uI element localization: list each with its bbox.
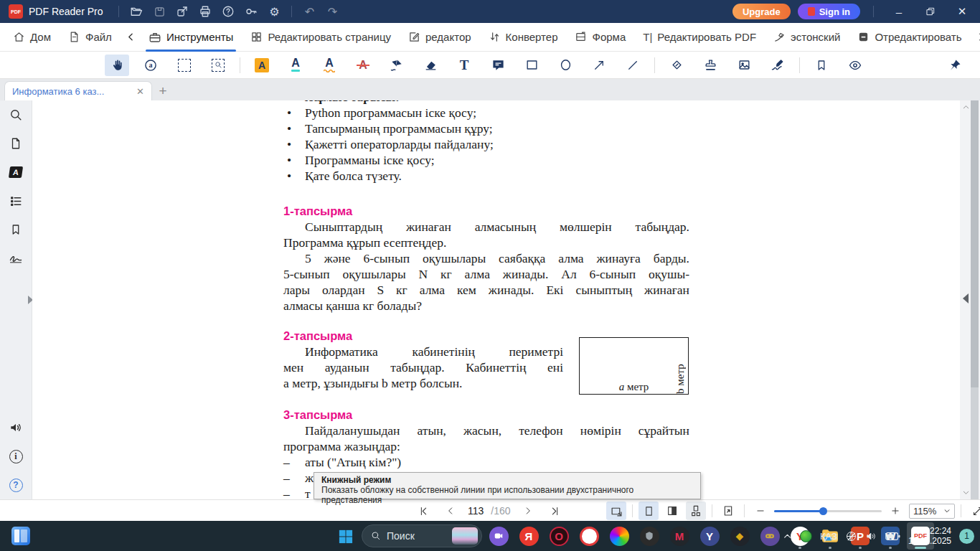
info-button[interactable]: i — [0, 442, 32, 471]
new-tab-button[interactable]: + — [152, 81, 174, 100]
minimize-button[interactable]: – — [887, 2, 911, 21]
widgets-button[interactable] — [11, 527, 30, 545]
pin-toolbar-button[interactable] — [943, 55, 967, 76]
app-game-center[interactable] — [756, 522, 783, 550]
help-button[interactable] — [217, 2, 240, 21]
menu-item-tools[interactable]: Инструменты — [146, 23, 237, 52]
document-tab[interactable]: Информатика 6 каз... ✕ — [4, 81, 152, 100]
bullet-icon: • — [283, 121, 305, 136]
chevron-right-icon[interactable] — [976, 32, 980, 42]
network-globe-icon[interactable] — [845, 530, 857, 542]
marquee-select-tool[interactable] — [172, 55, 197, 76]
tab-close-icon[interactable]: ✕ — [136, 86, 144, 97]
taskbar-search[interactable]: Поиск — [362, 524, 482, 547]
sidebar-annotations-button[interactable]: A — [0, 158, 32, 187]
zoom-slider[interactable] — [774, 501, 882, 520]
current-page-input[interactable]: 113 — [468, 505, 484, 517]
app-mail-m[interactable]: М — [666, 522, 693, 550]
app-chat[interactable] — [485, 522, 512, 550]
print-button[interactable] — [194, 2, 217, 21]
document-tab-label: Информатика 6 каз... — [12, 86, 132, 97]
menu-item-home[interactable]: Дом — [10, 23, 54, 52]
app-gold-emblem[interactable]: ◆ — [726, 522, 753, 550]
clock[interactable]: 22:24 13.02.2025 — [908, 526, 951, 546]
start-button[interactable] — [331, 522, 359, 550]
freehand-tool[interactable] — [385, 55, 409, 76]
link-icon — [670, 58, 684, 72]
link-tool[interactable] — [664, 55, 689, 76]
sign-in-button[interactable]: Sign in — [798, 4, 860, 19]
menu-item-file[interactable]: Файл — [65, 23, 115, 52]
scroll-down-icon[interactable] — [962, 489, 970, 496]
menu-item-estonian[interactable]: эстонский — [771, 23, 843, 52]
rectangle-tool[interactable] — [519, 55, 544, 76]
fit-page-button[interactable] — [718, 501, 738, 520]
search-highlight-image[interactable] — [452, 527, 478, 545]
sidebar-signature-button[interactable] — [0, 244, 32, 273]
tray-chevron-up-icon[interactable] — [783, 532, 792, 541]
language-indicator[interactable]: ҚАЗ — [820, 531, 837, 542]
sidebar-outline-button[interactable] — [0, 187, 32, 215]
line-tool[interactable] — [621, 55, 645, 76]
menu-item-edit-pdf[interactable]: T|Редактировать PDF — [640, 23, 759, 52]
scroll-up-icon[interactable] — [962, 103, 970, 111]
right-panel-handle[interactable] — [963, 293, 969, 303]
sidebar-search-button[interactable] — [0, 100, 32, 129]
read-aloud-button[interactable] — [0, 413, 32, 442]
image-tool[interactable] — [732, 55, 756, 76]
menu-item-form[interactable]: Форма — [572, 23, 628, 52]
app-yandex[interactable]: Я — [515, 522, 542, 550]
volume-icon[interactable] — [865, 530, 877, 542]
highlight-tool[interactable]: A — [250, 55, 274, 76]
save-button[interactable] — [148, 2, 171, 21]
underline-tool[interactable]: A — [283, 55, 308, 76]
app-logo-icon: PDF — [9, 4, 23, 19]
notification-badge[interactable]: 1 — [959, 529, 974, 544]
strikeout-tool[interactable]: A — [351, 55, 375, 76]
share-button[interactable] — [171, 2, 194, 21]
text-select-tool[interactable]: a — [138, 55, 163, 76]
restore-button[interactable] — [918, 2, 943, 21]
sidebar-bookmarks-button[interactable] — [0, 215, 32, 244]
menu-item-edit-page[interactable]: Редактировать страницу — [248, 23, 394, 52]
zoom-in-button[interactable] — [885, 501, 905, 520]
signature-tool[interactable] — [765, 55, 790, 76]
fullscreen-button[interactable] — [967, 501, 980, 520]
password-button[interactable] — [240, 2, 263, 21]
document-page[interactable]: Жұмыс барысы: •Python программасын іске … — [32, 100, 960, 499]
settings-button[interactable]: ⚙ — [263, 2, 286, 21]
close-button[interactable]: ✕ — [950, 2, 974, 21]
menu-item-editor[interactable]: редактор — [405, 23, 474, 52]
zoom-out-button[interactable] — [750, 501, 771, 520]
zoom-area-tool[interactable] — [206, 55, 230, 76]
eraser-tool[interactable] — [418, 55, 443, 76]
app-opera[interactable] — [575, 522, 603, 550]
undo-button[interactable]: ↶ — [298, 2, 321, 21]
battery-icon[interactable] — [885, 532, 900, 541]
sidebar-thumbnails-button[interactable] — [0, 129, 32, 158]
app-browser-swirl[interactable] — [606, 522, 633, 550]
upgrade-button[interactable]: Upgrade — [732, 4, 791, 19]
bookmark-tool[interactable] — [809, 55, 834, 76]
ellipse-tool[interactable] — [553, 55, 578, 76]
hand-tool[interactable] — [105, 55, 129, 76]
menu-item-converter[interactable]: Конвертер — [486, 23, 561, 52]
app-world-of-tanks[interactable] — [636, 522, 663, 550]
app-y-dark[interactable]: Y — [696, 522, 723, 550]
open-file-button[interactable] — [125, 2, 148, 21]
app-opera-gx[interactable]: O — [545, 522, 573, 550]
preview-tool[interactable] — [843, 55, 867, 76]
antivirus-tray-icon[interactable] — [800, 530, 812, 542]
zoom-level-select[interactable]: 115% — [909, 504, 955, 519]
menu-item-edited[interactable]: Отредактировать — [854, 23, 964, 52]
squiggly-tool[interactable]: A — [317, 55, 341, 76]
redo-button[interactable]: ↷ — [321, 2, 344, 21]
stamp-tool[interactable] — [698, 55, 722, 76]
arrow-tool[interactable] — [587, 55, 611, 76]
slider-thumb[interactable] — [819, 507, 827, 515]
text-tool[interactable]: T — [452, 55, 476, 76]
sidebar-help-button[interactable]: ? — [0, 471, 32, 499]
scrollbar-thumb[interactable] — [971, 100, 979, 387]
comment-tool[interactable] — [486, 55, 510, 76]
chevron-left-icon[interactable] — [126, 32, 136, 42]
